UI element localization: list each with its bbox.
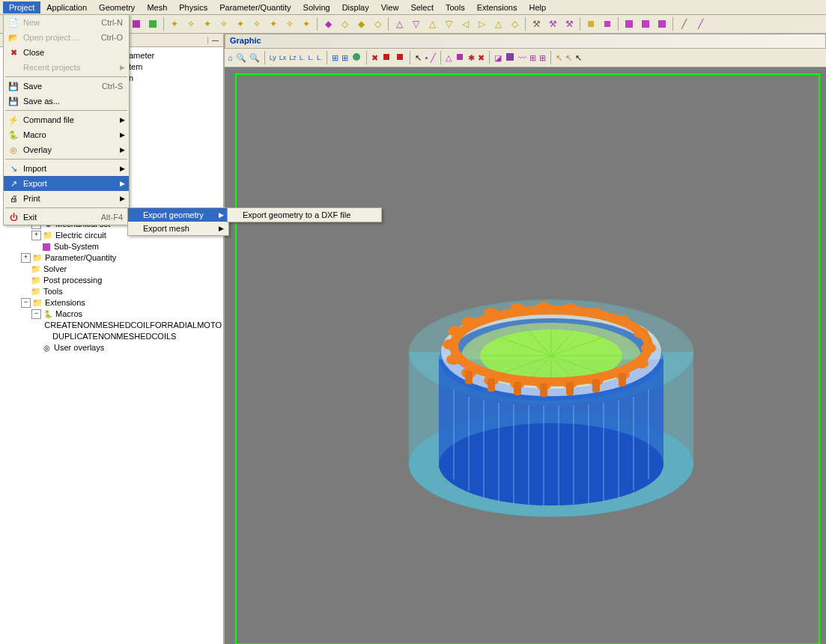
line-button[interactable]: ╱ [431,53,436,63]
toolbar-line2[interactable]: ╱ [693,16,708,31]
menu-view[interactable]: View [375,1,405,13]
menu-import[interactable]: ↘ Import ▶ [4,161,129,176]
menu-display[interactable]: Display [336,1,375,13]
toolbar-spark5[interactable]: ✦ [233,16,248,31]
collapse-icon[interactable]: − [31,309,41,319]
submenu-export-dxf[interactable]: Export geometry to a DXF file [228,208,381,222]
purple-shape1-button[interactable]: ◪ [494,53,502,63]
purple-tri-button[interactable]: △ [446,53,452,63]
viewport[interactable] [225,67,826,644]
collapse-icon[interactable]: − [21,298,31,308]
tree-post-processing[interactable]: Post processing [1,275,222,286]
cross-button[interactable]: ✖ [478,53,485,63]
toolbar-tri4[interactable]: ▽ [441,16,456,31]
toolbar-hammer2[interactable]: ⚒ [545,16,560,31]
axis-l3-button[interactable]: L. [317,54,323,61]
purple-cube-button[interactable] [455,52,465,64]
gridp2-button[interactable]: ⊞ [539,53,546,63]
zoom-button[interactable]: 🔍 [249,53,260,63]
menu-parameter-quantity[interactable]: Parameter/Quantity [213,1,297,13]
toolbar-spark4[interactable]: ✧ [216,16,231,31]
menu-save-as[interactable]: 💾 Save as... [4,94,129,109]
red-cube1-button[interactable] [381,52,392,64]
toolbar-spark7[interactable]: ✦ [266,16,281,31]
toolbar-tri7[interactable]: △ [491,16,505,31]
red-cube2-button[interactable] [395,52,405,64]
toolbar-hammer1[interactable]: ⚒ [529,16,544,31]
toolbar-spark3[interactable]: ✦ [200,16,215,31]
grid1-button[interactable]: ⊞ [332,53,338,63]
menu-new[interactable]: 📄 New Ctrl-N [4,15,129,30]
toolbar-line1[interactable]: ╱ [676,16,691,31]
axis-l2-button[interactable]: L. [308,54,314,61]
toolbar-shape2[interactable] [145,16,160,31]
view-home-button[interactable]: ⌂ [228,53,233,62]
toolbar-spark8[interactable]: ✧ [282,16,297,31]
menu-project[interactable]: Project [3,1,40,13]
wave-button[interactable]: 〰 [518,53,526,62]
toolbar-geom1[interactable]: ◆ [321,16,335,31]
asterisk-button[interactable]: ✱ [468,53,475,63]
menu-solving[interactable]: Solving [297,1,336,13]
menu-application[interactable]: Application [40,1,93,13]
toolbar-geom4[interactable]: ◇ [370,16,385,31]
tree-parameter-quantity[interactable]: +Parameter/Quantity [1,252,222,264]
tree-macros[interactable]: −🐍Macros [1,309,222,320]
tree-solver[interactable]: Solver [1,264,222,275]
collapse-left-panel-button[interactable]: — [207,37,223,44]
menu-help[interactable]: Help [523,1,552,13]
axis-lz-button[interactable]: Lz [289,54,297,61]
cursor2-button[interactable]: ↖ [565,53,572,63]
purple-shape2-button[interactable] [505,52,515,64]
menu-extensions[interactable]: Extensions [471,1,523,13]
toolbar-box3[interactable] [655,16,669,31]
toolbar-geom3[interactable]: ◆ [353,16,368,31]
submenu-export-mesh[interactable]: Export mesh ▶ [128,222,228,235]
cancel-button[interactable]: ✖ [371,53,378,63]
menu-mesh[interactable]: Mesh [141,1,173,13]
toolbar-tri6[interactable]: ▷ [474,16,489,31]
menu-save[interactable]: 💾 Save Ctrl-S [4,79,129,94]
toolbar-spark6[interactable]: ✧ [249,16,264,31]
toolbar-spark9[interactable]: ✦ [299,16,314,31]
menu-macro[interactable]: 🐍 Macro ▶ [4,127,129,142]
menu-print[interactable]: 🖨 Print ▶ [4,191,129,206]
toolbar-tri8[interactable]: ◇ [507,16,522,31]
toolbar-geom2[interactable]: ◇ [337,16,352,31]
menu-recent-projects[interactable]: Recent projects ▶ [4,60,129,75]
axis-ly-button[interactable]: Ly [270,54,276,61]
expand-icon[interactable]: + [21,253,31,263]
axis-lx-button[interactable]: Lx [279,54,287,61]
zoom-fit-button[interactable]: 🔍 [236,53,246,63]
menu-command-file[interactable]: ⚡ Command file ▶ [4,112,129,127]
point-button[interactable]: • [425,53,428,62]
expand-icon[interactable]: + [31,231,41,240]
tree-macro-2[interactable]: DUPLICATENONMESHEDCOILS [1,331,222,342]
grid2-button[interactable]: ⊞ [341,53,348,63]
submenu-export-geometry[interactable]: Export geometry ▶ [128,208,228,222]
toolbar-cube2[interactable] [600,16,615,31]
gridp1-button[interactable]: ⊞ [529,53,536,63]
toolbar-cube1[interactable] [583,16,598,31]
tree-user-overlays[interactable]: ◎User overlays [1,342,222,353]
toolbar-tri1[interactable]: △ [392,16,407,31]
toolbar-spark1[interactable]: ✦ [167,16,182,31]
toolbar-spark2[interactable]: ✧ [183,16,198,31]
cursor3-button[interactable]: ↖ [575,53,582,63]
menu-geometry[interactable]: Geometry [93,1,141,13]
menu-close[interactable]: ✖ Close [4,45,129,60]
select-arrow-button[interactable]: ↖ [415,53,422,63]
toolbar-tri2[interactable]: ▽ [408,16,423,31]
menu-open-project[interactable]: 📂 Open project ... Ctrl-O [4,30,129,45]
axis-l1-button[interactable]: L. [300,54,306,61]
menu-physics[interactable]: Physics [173,1,213,13]
toolbar-tri5[interactable]: ◁ [458,16,473,31]
toolbar-hammer3[interactable]: ⚒ [562,16,577,31]
tree-sub-system[interactable]: Sub-System [1,241,222,252]
cursor1-button[interactable]: ↖ [556,53,562,63]
toolbar-box1[interactable] [622,16,637,31]
toolbar-box2[interactable] [638,16,653,31]
menu-exit[interactable]: ⏻ Exit Alt-F4 [4,210,129,225]
menu-overlay[interactable]: ◎ Overlay ▶ [4,142,129,157]
toolbar-shape1[interactable] [129,16,144,31]
